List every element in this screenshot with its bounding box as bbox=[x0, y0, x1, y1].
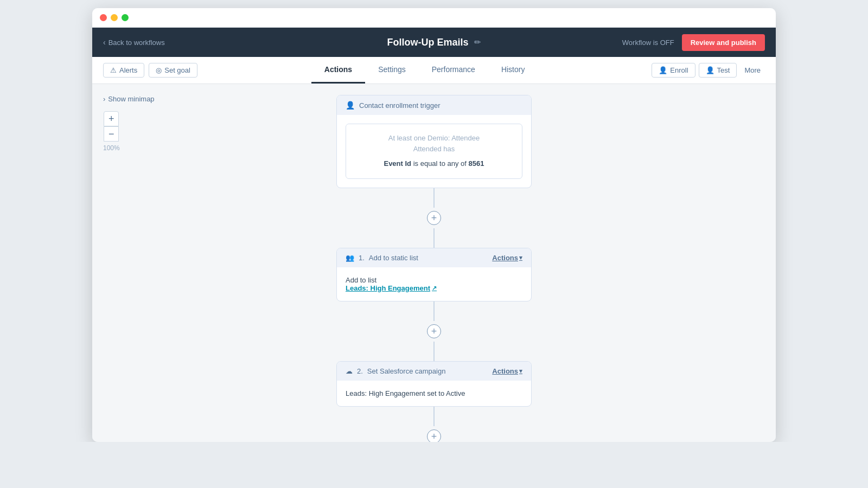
tab-history-label: History bbox=[501, 65, 525, 74]
condition-field: Event Id bbox=[384, 159, 411, 168]
action-1-number: 1. bbox=[359, 254, 365, 262]
close-button[interactable] bbox=[100, 14, 107, 21]
action-2-header: ☁ 2. Set Salesforce campaign Actions ▾ bbox=[337, 362, 531, 381]
action-1-header-left: 👥 1. Add to static list bbox=[346, 254, 418, 262]
back-to-workflows-link[interactable]: ‹ Back to workflows bbox=[103, 38, 165, 47]
tab-actions[interactable]: Actions bbox=[311, 57, 365, 84]
nav-tabs: Actions Settings Performance History bbox=[208, 57, 641, 84]
connector-group-1: + bbox=[427, 188, 441, 248]
action-1-list-link[interactable]: Leads: High Engagement ↗ bbox=[346, 284, 522, 292]
minimap-toggle[interactable]: › Show minimap bbox=[103, 95, 155, 103]
action-1-body[interactable]: Add to list Leads: High Engagement ↗ bbox=[337, 267, 531, 301]
action-1-dropdown-label: Actions bbox=[492, 254, 518, 262]
action-1-list-link-text: Leads: High Engagement bbox=[346, 284, 430, 292]
connector-group-3: + bbox=[427, 407, 441, 442]
zoom-in-button[interactable]: + bbox=[104, 111, 119, 126]
tab-settings-label: Settings bbox=[378, 65, 406, 74]
setgoal-label: Set goal bbox=[164, 66, 190, 74]
tab-history[interactable]: History bbox=[488, 57, 538, 84]
alerts-button[interactable]: ⚠ Alerts bbox=[103, 63, 144, 78]
action-2-body[interactable]: Leads: High Engagement set to Active bbox=[337, 381, 531, 406]
workflow-diagram: 👤 Contact enrollment trigger At least on… bbox=[298, 95, 570, 442]
goal-icon: ◎ bbox=[156, 66, 162, 74]
workflow-canvas: › Show minimap + − 100% 👤 Contact enroll… bbox=[92, 84, 776, 442]
action-2-body-text: Leads: High Engagement set to Active bbox=[346, 389, 465, 397]
workflow-title: Follow-Up Emails bbox=[387, 37, 468, 48]
enroll-icon: 👤 bbox=[659, 66, 667, 74]
connector-line-2 bbox=[433, 228, 435, 248]
test-label: Test bbox=[717, 66, 730, 74]
connector-line-4 bbox=[433, 342, 435, 361]
action-1-title: Add to static list bbox=[369, 254, 418, 262]
trigger-card-body[interactable]: At least one Demio: Attendee Attended ha… bbox=[337, 115, 531, 188]
nav-left-actions: ⚠ Alerts ◎ Set goal bbox=[103, 63, 197, 78]
enroll-label: Enroll bbox=[670, 66, 688, 74]
maximize-button[interactable] bbox=[122, 14, 129, 21]
top-right-actions: Workflow is OFF Review and publish bbox=[622, 34, 765, 51]
test-button[interactable]: 👤 Test bbox=[699, 63, 737, 78]
set-goal-button[interactable]: ◎ Set goal bbox=[149, 63, 197, 78]
connector-line-1 bbox=[433, 188, 435, 208]
traffic-lights bbox=[100, 14, 129, 21]
tab-actions-label: Actions bbox=[324, 65, 352, 74]
tab-performance-label: Performance bbox=[432, 65, 475, 74]
more-button[interactable]: More bbox=[740, 63, 765, 78]
back-arrow-icon: ‹ bbox=[103, 38, 106, 47]
trigger-inner: At least one Demio: Attendee Attended ha… bbox=[346, 124, 522, 179]
publish-button[interactable]: Review and publish bbox=[682, 34, 765, 51]
test-icon: 👤 bbox=[706, 66, 714, 74]
person-icon: 👤 bbox=[346, 101, 355, 110]
action-2-header-left: ☁ 2. Set Salesforce campaign bbox=[346, 367, 445, 375]
trigger-condition: Event Id is equal to any of 8561 bbox=[355, 158, 513, 170]
action-card-1: 👥 1. Add to static list Actions ▾ Add to… bbox=[336, 248, 532, 301]
chevron-down-icon-2: ▾ bbox=[519, 368, 522, 375]
action-1-dropdown[interactable]: Actions ▾ bbox=[492, 254, 522, 262]
action-1-header: 👥 1. Add to static list Actions ▾ bbox=[337, 248, 531, 267]
chevron-icon: › bbox=[103, 95, 105, 103]
trigger-card-header: 👤 Contact enrollment trigger bbox=[337, 95, 531, 115]
secondary-navbar: ⚠ Alerts ◎ Set goal Actions Settings Per… bbox=[92, 57, 776, 84]
connector-group-2: + bbox=[427, 301, 441, 361]
action-2-dropdown-label: Actions bbox=[492, 367, 518, 375]
trigger-card: 👤 Contact enrollment trigger At least on… bbox=[336, 95, 532, 188]
back-link-label: Back to workflows bbox=[108, 38, 165, 47]
action-2-number: 2. bbox=[357, 367, 363, 375]
nav-right-actions: 👤 Enroll 👤 Test More bbox=[652, 63, 765, 78]
zoom-out-button[interactable]: − bbox=[104, 126, 119, 142]
enroll-button[interactable]: 👤 Enroll bbox=[652, 63, 695, 78]
salesforce-icon: ☁ bbox=[346, 367, 353, 375]
list-icon: 👥 bbox=[346, 254, 354, 262]
chevron-down-icon: ▾ bbox=[519, 254, 522, 261]
action-1-body-prefix: Add to list bbox=[346, 276, 376, 284]
titlebar bbox=[92, 8, 776, 28]
add-step-button-3[interactable]: + bbox=[427, 429, 441, 442]
minimize-button[interactable] bbox=[111, 14, 118, 21]
edit-title-icon[interactable]: ✏ bbox=[474, 37, 481, 47]
workflow-title-area: Follow-Up Emails ✏ bbox=[387, 37, 481, 48]
minimap-label: Show minimap bbox=[108, 95, 154, 103]
external-link-icon: ↗ bbox=[432, 285, 437, 292]
app-window: ‹ Back to workflows Follow-Up Emails ✏ W… bbox=[92, 8, 776, 442]
trigger-text-line1: At least one Demio: Attendee Attended ha… bbox=[355, 133, 513, 154]
zoom-controls: + − 100% bbox=[103, 111, 120, 152]
alerts-label: Alerts bbox=[119, 66, 137, 74]
tab-performance[interactable]: Performance bbox=[419, 57, 488, 84]
connector-line-3 bbox=[433, 301, 435, 321]
condition-value: 8561 bbox=[469, 159, 484, 168]
action-card-2: ☁ 2. Set Salesforce campaign Actions ▾ L… bbox=[336, 361, 532, 407]
workflow-status: Workflow is OFF bbox=[622, 38, 674, 47]
trigger-card-title: Contact enrollment trigger bbox=[359, 101, 441, 110]
add-step-button-1[interactable]: + bbox=[427, 211, 441, 225]
connector-line-5 bbox=[433, 407, 435, 426]
add-step-button-2[interactable]: + bbox=[427, 324, 441, 338]
zoom-level: 100% bbox=[103, 144, 120, 152]
alert-icon: ⚠ bbox=[110, 66, 117, 74]
action-2-dropdown[interactable]: Actions ▾ bbox=[492, 367, 522, 375]
top-navbar: ‹ Back to workflows Follow-Up Emails ✏ W… bbox=[92, 28, 776, 57]
tab-settings[interactable]: Settings bbox=[365, 57, 419, 84]
action-2-title: Set Salesforce campaign bbox=[367, 367, 446, 375]
